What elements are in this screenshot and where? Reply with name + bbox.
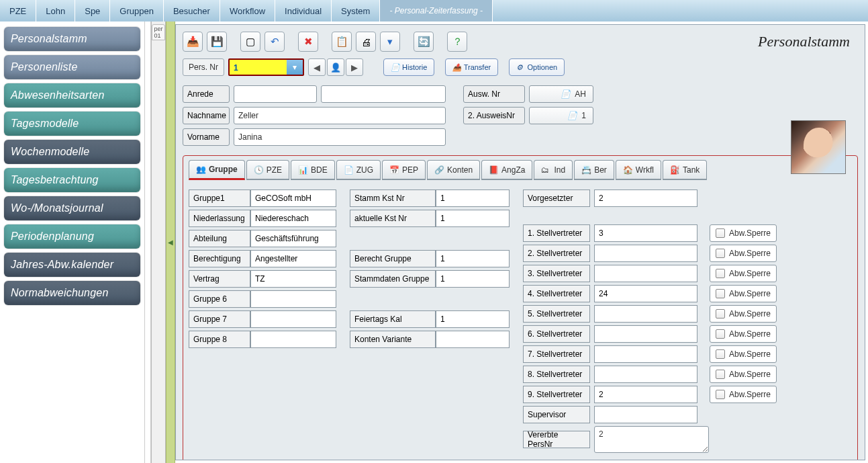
value-5-Stellvertreter[interactable] bbox=[594, 305, 697, 323]
transfer-button[interactable]: 📤Transfer bbox=[445, 58, 499, 76]
gruppe-icon: 👥 bbox=[196, 165, 205, 174]
value-8-Stellvertreter[interactable] bbox=[594, 366, 697, 383]
menu-individual[interactable]: Individual bbox=[275, 0, 332, 22]
persnr-dropdown[interactable]: 1 ▾ bbox=[228, 58, 304, 76]
ausw2-button[interactable]: 📄1 bbox=[529, 107, 593, 124]
sidebar-item-wo-monatsjournal[interactable]: Wo-/Monatsjournal bbox=[4, 196, 140, 220]
sidebar-item-personenliste[interactable]: Personenliste bbox=[4, 55, 140, 79]
abwsperre-checkbox[interactable]: Abw.Sperre bbox=[710, 305, 777, 323]
person-photo[interactable] bbox=[791, 120, 846, 174]
menu-spe[interactable]: Spe bbox=[75, 0, 110, 22]
vorname-input[interactable]: Janina bbox=[234, 128, 446, 146]
value-Vorgesetzter[interactable]: 2 bbox=[594, 190, 697, 207]
value-9-Stellvertreter[interactable]: 2 bbox=[594, 386, 697, 403]
value-aktuelle Kst Nr[interactable]: 1 bbox=[436, 210, 510, 227]
tab-angza-label: AngZa bbox=[501, 165, 525, 175]
menu-pze[interactable]: PZE bbox=[0, 0, 36, 22]
tab-konten[interactable]: 🔗Konten bbox=[427, 160, 480, 180]
label-Stamm Kst Nr: Stamm Kst Nr bbox=[350, 190, 436, 207]
abwsperre-checkbox[interactable]: Abw.Sperre bbox=[710, 265, 777, 282]
abwsperre-checkbox[interactable]: Abw.Sperre bbox=[710, 386, 777, 403]
tab-ber[interactable]: 📇Ber bbox=[574, 160, 614, 180]
value-Gruppe1[interactable]: GeCOSoft mbH bbox=[250, 190, 336, 207]
collapse-left-icon[interactable]: ◀ bbox=[166, 22, 175, 463]
value-Feiertags Kal[interactable]: 1 bbox=[436, 310, 510, 328]
next-person-button[interactable]: ▶ bbox=[346, 58, 363, 76]
sidebar-item-abwesenheitsarten[interactable]: Abwesenheitsarten bbox=[4, 83, 140, 108]
tab-angza[interactable]: 📕AngZa bbox=[481, 160, 532, 180]
sidebar-item-wochenmodelle[interactable]: Wochenmodelle bbox=[4, 140, 140, 164]
sidebar-item-jahres-abw-kalender[interactable]: Jahres-Abw.kalender bbox=[4, 253, 140, 277]
sidebar-item-tagesmodelle[interactable]: Tagesmodelle bbox=[4, 112, 140, 136]
tab-ind[interactable]: 🗂Ind bbox=[534, 160, 573, 180]
menu-gruppen[interactable]: Gruppen bbox=[110, 0, 164, 22]
vertical-tab-per01[interactable]: per 01 bbox=[151, 22, 166, 463]
sidebar-item-normabweichungen[interactable]: Normabweichungen bbox=[4, 281, 140, 305]
tab-zug[interactable]: 📄ZUG bbox=[336, 160, 381, 180]
tab-gruppe[interactable]: 👥Gruppe bbox=[189, 160, 245, 180]
tab-bde[interactable]: 📊BDE bbox=[291, 160, 335, 180]
label-Niederlassung: Niederlassung bbox=[189, 210, 250, 227]
menu-workflow[interactable]: Workflow bbox=[220, 0, 275, 22]
tab-pze[interactable]: 🕓PZE bbox=[246, 160, 289, 180]
new-icon[interactable]: ▢ bbox=[240, 32, 260, 52]
value-1-Stellvertreter[interactable]: 3 bbox=[594, 224, 697, 242]
value-4-Stellvertreter[interactable]: 24 bbox=[594, 285, 697, 302]
anrede-input[interactable] bbox=[234, 85, 317, 103]
filter-icon[interactable]: ▾ bbox=[380, 32, 400, 52]
value-Vertrag[interactable]: TZ bbox=[250, 270, 336, 288]
menu-system[interactable]: System bbox=[332, 0, 380, 22]
value-Abteilung[interactable]: Geschäftsführung bbox=[250, 230, 336, 247]
value-Stamm Kst Nr[interactable]: 1 bbox=[436, 190, 510, 207]
value-Gruppe 6[interactable] bbox=[250, 290, 336, 308]
value-Gruppe 7[interactable] bbox=[250, 310, 336, 328]
abwsperre-checkbox[interactable]: Abw.Sperre bbox=[710, 345, 777, 363]
copy-icon[interactable]: 📋 bbox=[332, 32, 352, 52]
tab-wrkfl[interactable]: 🏠Wrkfl bbox=[616, 160, 661, 180]
prev-person-button[interactable]: ◀ bbox=[308, 58, 326, 76]
undo-icon[interactable]: ↶ bbox=[264, 32, 285, 52]
abwsperre-checkbox[interactable]: Abw.Sperre bbox=[710, 366, 777, 383]
value-Niederlassung[interactable]: Niedereschach bbox=[250, 210, 336, 227]
value-Berechtigung[interactable]: Angestellter bbox=[250, 250, 336, 267]
value-Berecht Gruppe[interactable]: 1 bbox=[436, 250, 510, 267]
historie-button[interactable]: 📄Historie bbox=[383, 58, 434, 76]
abwsperre-checkbox[interactable]: Abw.Sperre bbox=[710, 224, 777, 242]
abwsperre-checkbox[interactable]: Abw.Sperre bbox=[710, 325, 777, 343]
delete-icon[interactable]: ✖ bbox=[298, 32, 318, 52]
optionen-button[interactable]: ⚙Optionen bbox=[509, 58, 565, 76]
vertical-tab-line1: per bbox=[154, 26, 162, 32]
abwsperre-checkbox[interactable]: Abw.Sperre bbox=[710, 245, 777, 262]
value-Stammdaten Gruppe[interactable]: 1 bbox=[436, 270, 510, 288]
help-icon[interactable]: ？ bbox=[447, 32, 467, 52]
save-icon[interactable]: 💾 bbox=[207, 32, 227, 52]
tab-tank[interactable]: ⛽Tank bbox=[663, 160, 707, 180]
sidebar-item-personalstamm[interactable]: Personalstamm bbox=[4, 27, 140, 51]
value-3-Stellvertreter[interactable] bbox=[594, 265, 697, 282]
anrede-extra-input[interactable] bbox=[321, 85, 446, 103]
value-Supervisor[interactable] bbox=[594, 406, 697, 423]
import-icon[interactable]: 📥 bbox=[183, 32, 203, 52]
menu-lohn[interactable]: Lohn bbox=[36, 0, 75, 22]
sidebar-item-periodenplanung[interactable]: Periodenplanung bbox=[4, 224, 140, 249]
auswnr-button[interactable]: 📄AH bbox=[529, 85, 593, 103]
value-Konten Variante[interactable] bbox=[436, 331, 510, 348]
doc-icon: 📄 bbox=[567, 111, 577, 120]
tab-ind-label: Ind bbox=[554, 165, 565, 175]
person-icon-button[interactable]: 👤 bbox=[327, 58, 344, 76]
value-7-Stellvertreter[interactable] bbox=[594, 345, 697, 363]
abwsperre-checkbox[interactable]: Abw.Sperre bbox=[710, 285, 777, 302]
menu-besucher[interactable]: Besucher bbox=[164, 0, 220, 22]
print-icon[interactable]: 🖨 bbox=[356, 32, 376, 52]
sidebar-item-tagesbetrachtung[interactable]: Tagesbetrachtung bbox=[4, 168, 140, 192]
value-2-Stellvertreter[interactable] bbox=[594, 245, 697, 262]
value-Gruppe 8[interactable] bbox=[250, 331, 336, 348]
refresh-icon[interactable]: 🔄 bbox=[414, 32, 434, 52]
vererbte-persnr-input[interactable]: 2 bbox=[594, 426, 709, 453]
checkbox-box-icon bbox=[716, 309, 725, 319]
value-6-Stellvertreter[interactable] bbox=[594, 325, 697, 343]
tab-pep[interactable]: 📅PEP bbox=[382, 160, 426, 180]
nachname-input[interactable]: Zeller bbox=[234, 107, 446, 124]
label-8-Stellvertreter: 8. Stellvertreter bbox=[523, 366, 590, 383]
konten-icon: 🔗 bbox=[434, 165, 444, 175]
